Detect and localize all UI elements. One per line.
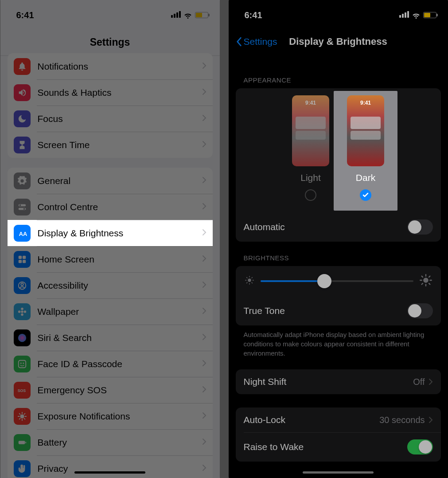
svg-rect-31 <box>25 442 26 443</box>
settings-row-general[interactable]: General <box>8 168 213 194</box>
sun-max-icon <box>420 274 432 288</box>
svg-point-11 <box>21 310 23 313</box>
home-indicator[interactable] <box>74 471 145 474</box>
svg-line-47 <box>429 283 430 284</box>
row-label: Emergency SOS <box>38 385 202 396</box>
row-label: Control Centre <box>38 202 202 212</box>
light-radio[interactable] <box>305 189 316 201</box>
row-label: Notifications <box>38 61 202 72</box>
raise-toggle[interactable] <box>407 439 433 454</box>
chevron-right-icon <box>202 464 206 473</box>
settings-row-exposure-notifications[interactable]: Exposure Notifications <box>8 403 213 429</box>
home-indicator[interactable] <box>303 471 374 474</box>
settings-row-wallpaper[interactable]: Wallpaper <box>8 298 213 325</box>
wifi-icon <box>412 11 421 20</box>
brightness-card: True Tone <box>236 266 441 325</box>
svg-line-46 <box>421 276 422 277</box>
raise-label: Raise to Wake <box>244 442 304 452</box>
gear-icon <box>14 172 31 189</box>
settings-row-privacy[interactable]: Privacy <box>8 455 213 478</box>
settings-group-2: GeneralControl CentreAADisplay & Brightn… <box>8 168 213 478</box>
back-label: Settings <box>244 36 277 47</box>
page-title: Display & Brightness <box>289 36 387 47</box>
aa-icon: AA <box>14 225 31 242</box>
settings-row-accessibility[interactable]: Accessibility <box>8 272 213 298</box>
truetone-label: True Tone <box>244 306 285 316</box>
settings-row-screen-time[interactable]: Screen Time <box>8 132 213 158</box>
appearance-option-light[interactable]: 9:41 Light <box>292 95 329 201</box>
svg-rect-8 <box>22 259 25 263</box>
back-button[interactable]: Settings <box>236 36 277 47</box>
chevron-right-icon <box>202 176 206 185</box>
row-label: Sounds & Haptics <box>38 87 202 98</box>
status-bar: 6:41 <box>229 0 448 24</box>
settings-row-notifications[interactable]: Notifications <box>8 53 213 79</box>
face-icon <box>14 356 31 372</box>
settings-group-1: NotificationsSounds & HapticsFocusScreen… <box>8 53 213 158</box>
hand-icon <box>14 460 31 477</box>
status-icons <box>170 11 208 20</box>
person-icon <box>14 277 31 294</box>
autolock-row[interactable]: Auto-Lock 30 seconds <box>236 407 441 432</box>
battery-icon <box>14 434 31 451</box>
svg-rect-30 <box>18 441 25 444</box>
truetone-footnote: Automatically adapt iPhone display based… <box>229 325 448 358</box>
autolock-label: Auto-Lock <box>244 415 286 425</box>
automatic-toggle[interactable] <box>407 219 433 235</box>
chevron-right-icon <box>202 281 206 290</box>
svg-line-27 <box>24 418 25 419</box>
nightshift-label: Night Shift <box>244 376 287 387</box>
status-time: 6:41 <box>245 10 262 20</box>
battery-icon <box>195 12 208 18</box>
settings-row-display-brightness[interactable]: AADisplay & Brightness <box>8 220 213 246</box>
truetone-toggle[interactable] <box>407 303 433 318</box>
settings-row-home-screen[interactable]: Home Screen <box>8 246 213 272</box>
svg-line-26 <box>19 413 20 414</box>
chevron-right-icon <box>202 88 206 97</box>
row-label: Focus <box>38 114 202 124</box>
svg-line-29 <box>24 413 25 414</box>
settings-row-emergency-sos[interactable]: SOSEmergency SOS <box>8 377 213 403</box>
nightshift-value: Off <box>413 377 425 387</box>
settings-screen: 6:41 Settings NotificationsSounds & Hapt… <box>0 0 220 478</box>
settings-row-sounds-haptics[interactable]: Sounds & Haptics <box>8 79 213 106</box>
truetone-row: True Tone <box>236 296 441 325</box>
display-brightness-screen: 6:41 Settings Display & Brightness APPEA… <box>229 0 448 478</box>
flower-icon <box>14 303 31 320</box>
cellular-icon <box>398 11 409 20</box>
settings-row-battery[interactable]: Battery <box>8 429 213 455</box>
row-label: Display & Brightness <box>38 228 202 239</box>
settings-row-siri-search[interactable]: Siri & Search <box>8 325 213 351</box>
nightshift-row[interactable]: Night Shift Off <box>236 369 441 394</box>
svg-point-41 <box>423 278 429 283</box>
row-label: Screen Time <box>38 140 202 150</box>
status-icons <box>398 11 436 20</box>
settings-row-focus[interactable]: Focus <box>8 106 213 132</box>
chevron-right-icon <box>202 62 206 71</box>
appearance-option-dark[interactable]: 9:41 Dark <box>347 95 384 201</box>
switches-icon <box>14 199 31 215</box>
wifi-icon <box>183 11 192 20</box>
chevron-right-icon <box>429 378 433 385</box>
grid-icon <box>14 251 31 268</box>
status-time: 6:41 <box>16 10 34 20</box>
svg-point-2 <box>19 204 21 206</box>
row-label: General <box>38 176 202 186</box>
row-label: Wallpaper <box>38 306 202 317</box>
chevron-right-icon <box>202 412 206 421</box>
svg-line-28 <box>19 418 20 419</box>
svg-rect-17 <box>18 360 26 368</box>
chevron-right-icon <box>202 114 206 123</box>
settings-row-face-id-passcode[interactable]: Face ID & Passcode <box>8 351 213 377</box>
svg-text:AA: AA <box>19 230 27 237</box>
light-preview-icon: 9:41 <box>292 95 329 166</box>
chevron-right-icon <box>202 255 206 264</box>
dark-radio[interactable] <box>360 189 371 201</box>
chevron-right-icon <box>202 386 206 395</box>
settings-row-control-centre[interactable]: Control Centre <box>8 194 213 220</box>
checkmark-icon <box>362 192 369 199</box>
sun-min-icon <box>245 275 254 287</box>
brightness-slider[interactable] <box>261 280 413 282</box>
dark-preview-icon: 9:41 <box>347 95 384 166</box>
chevron-right-icon <box>202 360 206 368</box>
